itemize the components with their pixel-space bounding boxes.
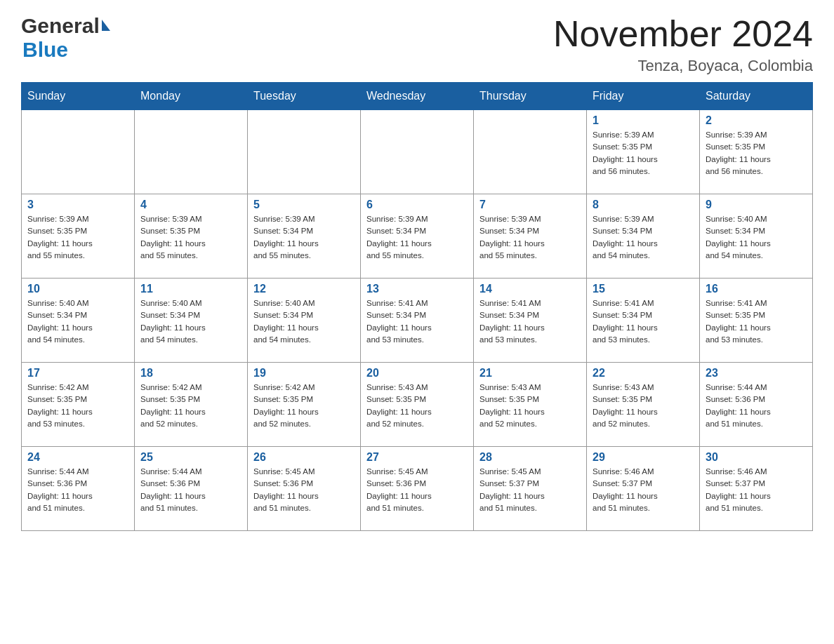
weekday-header-monday: Monday: [135, 83, 248, 110]
week-row-2: 10Sunrise: 5:40 AMSunset: 5:34 PMDayligh…: [22, 279, 813, 363]
calendar-cell: 9Sunrise: 5:40 AMSunset: 5:34 PMDaylight…: [700, 194, 813, 279]
week-row-0: 1Sunrise: 5:39 AMSunset: 5:35 PMDaylight…: [22, 110, 813, 194]
day-number: 23: [706, 367, 807, 380]
day-number: 25: [140, 451, 241, 464]
week-row-4: 24Sunrise: 5:44 AMSunset: 5:36 PMDayligh…: [22, 447, 813, 531]
calendar-cell: 1Sunrise: 5:39 AMSunset: 5:35 PMDaylight…: [587, 110, 700, 194]
day-number: 18: [140, 367, 241, 380]
day-number: 7: [479, 199, 581, 211]
day-info: Sunrise: 5:39 AMSunset: 5:35 PMDaylight:…: [706, 129, 807, 177]
logo-general-text: General: [21, 14, 100, 38]
week-row-1: 3Sunrise: 5:39 AMSunset: 5:35 PMDaylight…: [22, 194, 813, 279]
day-number: 16: [706, 283, 807, 295]
day-number: 12: [253, 283, 355, 295]
calendar-cell: 5Sunrise: 5:39 AMSunset: 5:34 PMDaylight…: [248, 194, 361, 279]
calendar-cell: 7Sunrise: 5:39 AMSunset: 5:34 PMDaylight…: [474, 194, 587, 279]
day-info: Sunrise: 5:41 AMSunset: 5:35 PMDaylight:…: [706, 297, 807, 346]
day-info: Sunrise: 5:46 AMSunset: 5:37 PMDaylight:…: [593, 466, 694, 514]
location-title: Tenza, Boyaca, Colombia: [553, 57, 813, 75]
day-info: Sunrise: 5:45 AMSunset: 5:36 PMDaylight:…: [253, 466, 355, 514]
calendar-cell: 26Sunrise: 5:45 AMSunset: 5:36 PMDayligh…: [248, 447, 361, 531]
day-info: Sunrise: 5:44 AMSunset: 5:36 PMDaylight:…: [140, 466, 241, 514]
day-number: 24: [27, 451, 128, 464]
day-info: Sunrise: 5:42 AMSunset: 5:35 PMDaylight:…: [27, 382, 128, 430]
calendar-cell: 11Sunrise: 5:40 AMSunset: 5:34 PMDayligh…: [135, 279, 248, 363]
day-number: 28: [479, 451, 581, 464]
calendar-cell: 3Sunrise: 5:39 AMSunset: 5:35 PMDaylight…: [22, 194, 135, 279]
calendar-cell: 19Sunrise: 5:42 AMSunset: 5:35 PMDayligh…: [248, 363, 361, 447]
day-number: 26: [253, 451, 355, 464]
day-number: 27: [366, 451, 468, 464]
calendar-cell: [135, 110, 248, 194]
calendar-table: SundayMondayTuesdayWednesdayThursdayFrid…: [21, 82, 813, 531]
calendar-cell: 22Sunrise: 5:43 AMSunset: 5:35 PMDayligh…: [587, 363, 700, 447]
calendar-cell: 24Sunrise: 5:44 AMSunset: 5:36 PMDayligh…: [22, 447, 135, 531]
day-info: Sunrise: 5:39 AMSunset: 5:35 PMDaylight:…: [593, 129, 694, 177]
day-info: Sunrise: 5:42 AMSunset: 5:35 PMDaylight:…: [140, 382, 241, 430]
day-info: Sunrise: 5:41 AMSunset: 5:34 PMDaylight:…: [593, 297, 694, 346]
calendar-cell: 27Sunrise: 5:45 AMSunset: 5:36 PMDayligh…: [361, 447, 474, 531]
calendar-cell: 15Sunrise: 5:41 AMSunset: 5:34 PMDayligh…: [587, 279, 700, 363]
calendar-cell: 6Sunrise: 5:39 AMSunset: 5:34 PMDaylight…: [361, 194, 474, 279]
day-info: Sunrise: 5:39 AMSunset: 5:34 PMDaylight:…: [593, 213, 694, 262]
day-number: 4: [140, 199, 241, 211]
calendar-cell: 25Sunrise: 5:44 AMSunset: 5:36 PMDayligh…: [135, 447, 248, 531]
calendar-cell: 12Sunrise: 5:40 AMSunset: 5:34 PMDayligh…: [248, 279, 361, 363]
day-info: Sunrise: 5:39 AMSunset: 5:34 PMDaylight:…: [253, 213, 355, 262]
day-info: Sunrise: 5:40 AMSunset: 5:34 PMDaylight:…: [140, 297, 241, 346]
calendar-cell: 21Sunrise: 5:43 AMSunset: 5:35 PMDayligh…: [474, 363, 587, 447]
calendar-cell: [248, 110, 361, 194]
day-info: Sunrise: 5:41 AMSunset: 5:34 PMDaylight:…: [479, 297, 581, 346]
logo-blue-text: Blue: [21, 38, 68, 61]
day-number: 15: [593, 283, 694, 295]
day-info: Sunrise: 5:43 AMSunset: 5:35 PMDaylight:…: [593, 382, 694, 430]
day-number: 30: [706, 451, 807, 464]
week-row-3: 17Sunrise: 5:42 AMSunset: 5:35 PMDayligh…: [22, 363, 813, 447]
calendar-cell: 10Sunrise: 5:40 AMSunset: 5:34 PMDayligh…: [22, 279, 135, 363]
day-info: Sunrise: 5:39 AMSunset: 5:35 PMDaylight:…: [140, 213, 241, 262]
day-info: Sunrise: 5:40 AMSunset: 5:34 PMDaylight:…: [253, 297, 355, 346]
day-info: Sunrise: 5:43 AMSunset: 5:35 PMDaylight:…: [479, 382, 581, 430]
weekday-header-thursday: Thursday: [474, 83, 587, 110]
day-number: 6: [366, 199, 468, 211]
weekday-header-saturday: Saturday: [700, 83, 813, 110]
day-number: 3: [27, 199, 128, 211]
day-number: 5: [253, 199, 355, 211]
calendar-cell: 14Sunrise: 5:41 AMSunset: 5:34 PMDayligh…: [474, 279, 587, 363]
day-number: 21: [479, 367, 581, 380]
day-info: Sunrise: 5:39 AMSunset: 5:34 PMDaylight:…: [479, 213, 581, 262]
calendar-cell: 8Sunrise: 5:39 AMSunset: 5:34 PMDaylight…: [587, 194, 700, 279]
calendar-cell: [22, 110, 135, 194]
day-number: 11: [140, 283, 241, 295]
day-number: 2: [706, 114, 807, 127]
calendar-cell: 16Sunrise: 5:41 AMSunset: 5:35 PMDayligh…: [700, 279, 813, 363]
logo-triangle-icon: [102, 20, 110, 31]
day-number: 9: [706, 199, 807, 211]
day-info: Sunrise: 5:45 AMSunset: 5:37 PMDaylight:…: [479, 466, 581, 514]
day-info: Sunrise: 5:43 AMSunset: 5:35 PMDaylight:…: [366, 382, 468, 430]
day-info: Sunrise: 5:45 AMSunset: 5:36 PMDaylight:…: [366, 466, 468, 514]
title-section: November 2024 Tenza, Boyaca, Colombia: [553, 14, 813, 75]
weekday-header-wednesday: Wednesday: [361, 83, 474, 110]
day-info: Sunrise: 5:39 AMSunset: 5:34 PMDaylight:…: [366, 213, 468, 262]
day-info: Sunrise: 5:42 AMSunset: 5:35 PMDaylight:…: [253, 382, 355, 430]
calendar-cell: 29Sunrise: 5:46 AMSunset: 5:37 PMDayligh…: [587, 447, 700, 531]
calendar-cell: 28Sunrise: 5:45 AMSunset: 5:37 PMDayligh…: [474, 447, 587, 531]
day-info: Sunrise: 5:44 AMSunset: 5:36 PMDaylight:…: [706, 382, 807, 430]
calendar-cell: 2Sunrise: 5:39 AMSunset: 5:35 PMDaylight…: [700, 110, 813, 194]
day-number: 22: [593, 367, 694, 380]
day-number: 29: [593, 451, 694, 464]
day-number: 19: [253, 367, 355, 380]
calendar-cell: 23Sunrise: 5:44 AMSunset: 5:36 PMDayligh…: [700, 363, 813, 447]
day-number: 8: [593, 199, 694, 211]
calendar-cell: 30Sunrise: 5:46 AMSunset: 5:37 PMDayligh…: [700, 447, 813, 531]
day-number: 14: [479, 283, 581, 295]
day-info: Sunrise: 5:40 AMSunset: 5:34 PMDaylight:…: [706, 213, 807, 262]
day-info: Sunrise: 5:41 AMSunset: 5:34 PMDaylight:…: [366, 297, 468, 346]
day-info: Sunrise: 5:46 AMSunset: 5:37 PMDaylight:…: [706, 466, 807, 514]
day-info: Sunrise: 5:39 AMSunset: 5:35 PMDaylight:…: [27, 213, 128, 262]
calendar-cell: [361, 110, 474, 194]
day-info: Sunrise: 5:40 AMSunset: 5:34 PMDaylight:…: [27, 297, 128, 346]
calendar-cell: 20Sunrise: 5:43 AMSunset: 5:35 PMDayligh…: [361, 363, 474, 447]
day-number: 10: [27, 283, 128, 295]
